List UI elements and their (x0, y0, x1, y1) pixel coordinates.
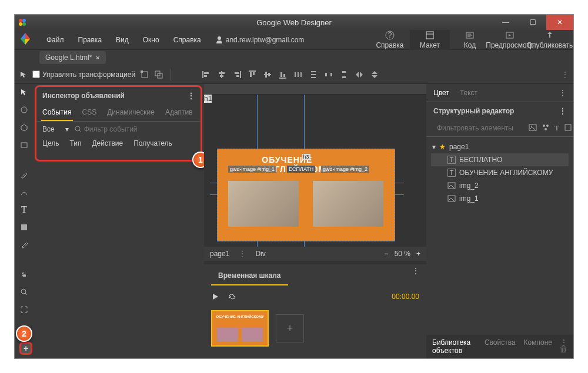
rp-tab-color[interactable]: Цвет (433, 89, 449, 97)
text-type-icon: T (447, 169, 456, 177)
3d-tool[interactable] (18, 122, 30, 133)
hand-tool[interactable] (18, 268, 30, 280)
star-icon: ★ (439, 143, 446, 151)
mode-indicator[interactable]: Div (255, 250, 265, 258)
canvas-image-1[interactable] (228, 181, 299, 227)
pen-tool[interactable] (18, 169, 30, 180)
img-label-1: gwd-image #img_1 (228, 166, 276, 173)
bottom-tab-properties[interactable]: Свойства (485, 338, 516, 355)
zoom-in-icon[interactable]: + (416, 250, 420, 258)
rect-tool[interactable] (18, 139, 30, 151)
group-icon[interactable] (542, 123, 550, 132)
align-top-icon[interactable] (248, 70, 257, 79)
options-toolbar: Управлять трансформацией ⋮ (15, 65, 573, 84)
align-left-icon[interactable] (202, 70, 211, 79)
code-button[interactable]: Код (450, 30, 490, 50)
svg-rect-46 (342, 76, 346, 78)
timeline-time: 00:00.00 (392, 293, 419, 301)
flip-h-icon[interactable] (355, 70, 364, 79)
align-bottom-icon[interactable] (278, 70, 288, 79)
image-icon[interactable] (529, 123, 537, 132)
collapse-icon[interactable]: ▾ (432, 143, 436, 151)
distribute-v-icon[interactable] (309, 70, 318, 79)
add-event-button[interactable]: + (19, 342, 32, 355)
tree-item[interactable]: T БЕСПЛАТНО (431, 153, 569, 166)
col-target: Цель (42, 139, 59, 147)
tree-item[interactable]: img_2 (431, 179, 569, 192)
fullscreen-tool[interactable] (18, 304, 30, 315)
transform-icon-2[interactable] (154, 70, 163, 79)
maximize-button[interactable]: ☐ (519, 15, 546, 30)
spacing-icon-2[interactable] (339, 70, 349, 79)
menu-edit[interactable]: Правка (71, 32, 109, 48)
rp-tabs-menu-icon[interactable]: ⋮ (559, 89, 566, 97)
transform-icon-1[interactable] (140, 70, 149, 79)
stage[interactable]: h1 ОБУЧЕНИЕ АНГЛИЙСКОМУ h3 gwd-image #im… (204, 95, 426, 247)
component-icon[interactable] (564, 123, 572, 132)
delete-icon[interactable]: 🗑 (559, 344, 567, 354)
zoom-out-icon[interactable]: − (385, 250, 389, 258)
document-tab[interactable]: Google L.html* ✕ (39, 51, 106, 64)
user-account[interactable]: and.rew.lptw@gmail.com (215, 36, 305, 44)
panel-menu-icon[interactable]: ⋮ (188, 92, 195, 100)
page-indicator[interactable]: page1 (210, 250, 229, 258)
tree-item[interactable]: img_1 (431, 192, 569, 205)
spacing-icon-1[interactable] (324, 70, 333, 79)
fill-tool[interactable] (18, 221, 30, 233)
zoom-tool[interactable] (18, 286, 30, 298)
annotation-badge-2: 2 (16, 325, 32, 342)
align-group (202, 70, 379, 79)
preview-button[interactable]: Предпросмотр (490, 30, 530, 50)
struct-menu-icon[interactable]: ⋮ (559, 107, 566, 115)
svg-rect-39 (300, 72, 302, 77)
help-button[interactable]: ?Справка (370, 30, 410, 50)
add-frame-button[interactable]: + (276, 314, 304, 342)
inspector-tab-dynamic[interactable]: Динамические (106, 105, 156, 121)
events-filter-input[interactable] (84, 125, 143, 133)
inspector-tab-events[interactable]: События (41, 105, 73, 121)
close-button[interactable]: ✕ (546, 15, 573, 30)
menu-help[interactable]: Справка (166, 32, 208, 48)
select-tool[interactable] (18, 86, 30, 98)
zoom-level[interactable]: 50 % (395, 250, 410, 258)
svg-rect-44 (330, 73, 332, 76)
loop-icon[interactable] (228, 293, 237, 301)
shape-tool[interactable] (18, 104, 30, 116)
bottom-tab-library[interactable]: Библиотека объектов (432, 338, 476, 355)
text-icon[interactable]: T (554, 123, 559, 133)
inspector-tab-css[interactable]: CSS (81, 105, 98, 121)
align-middle-icon[interactable] (263, 70, 272, 79)
svg-rect-27 (236, 75, 239, 77)
menu-view[interactable]: Вид (109, 32, 136, 48)
menu-file[interactable]: Файл (39, 32, 71, 48)
publish-button[interactable]: Опубликовать (530, 30, 570, 50)
canvas-image-2[interactable] (313, 181, 383, 227)
bottom-tab-components[interactable]: Компоне (524, 338, 552, 355)
timeline-frame[interactable]: ОБУЧЕНИЕ АНГЛИЙСКОМУ (211, 310, 269, 347)
artboard[interactable]: ОБУЧЕНИЕ АНГЛИЙСКОМУ h3 gwd-image #img_1… (217, 149, 395, 241)
align-center-h-icon[interactable] (217, 70, 226, 79)
tree-item[interactable]: T ОБУЧЕНИЕ АНГЛИЙСКОМУ (431, 166, 569, 179)
eyedropper-tool[interactable] (18, 239, 30, 251)
align-right-icon[interactable] (232, 70, 242, 79)
inspector-tab-adaptive[interactable]: Адаптив (164, 105, 194, 121)
svg-rect-23 (219, 72, 225, 74)
close-tab-icon[interactable]: ✕ (95, 55, 100, 61)
timeline-menu-icon[interactable]: ⋮ (412, 267, 419, 285)
layout-button[interactable]: Макет (410, 30, 450, 50)
events-filter-dropdown[interactable]: Все ▾ (42, 125, 69, 133)
tree-root[interactable]: ▾ ★ page1 (431, 140, 569, 153)
flip-v-icon[interactable] (370, 70, 379, 79)
text-tool[interactable]: T (18, 204, 30, 216)
svg-rect-20 (204, 72, 209, 74)
rp-tab-text[interactable]: Текст (460, 89, 477, 97)
transform-checkbox[interactable]: Управлять трансформацией (32, 70, 135, 79)
path-tool[interactable] (18, 186, 30, 198)
menu-window[interactable]: Окно (136, 32, 166, 48)
distribute-h-icon[interactable] (293, 70, 303, 79)
elements-filter-input[interactable] (437, 124, 525, 132)
minimize-button[interactable]: — (492, 15, 519, 30)
svg-point-0 (19, 19, 22, 22)
toolbar-more-icon[interactable]: ⋮ (562, 70, 569, 79)
play-icon[interactable] (211, 293, 219, 301)
